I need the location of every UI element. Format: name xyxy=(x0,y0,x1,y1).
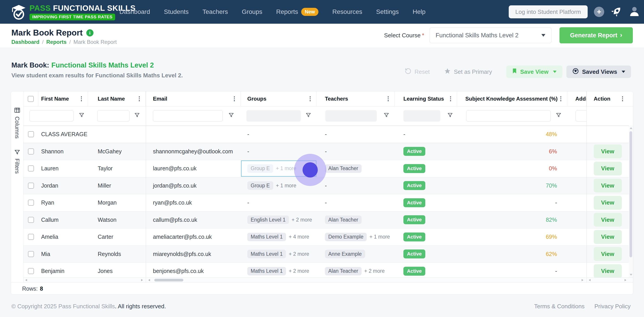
nav-item-students[interactable]: Students xyxy=(164,8,189,16)
view-button[interactable]: View xyxy=(594,162,622,176)
row-checkbox[interactable] xyxy=(28,200,34,206)
groups-more-label[interactable]: + 2 more xyxy=(289,251,309,257)
horizontal-scrollbar-thumb[interactable] xyxy=(154,279,183,282)
cell-teachers[interactable]: - xyxy=(317,126,395,143)
column-menu-icon[interactable] xyxy=(308,95,312,102)
cell-ska[interactable]: 69% xyxy=(457,228,567,246)
column-header-last[interactable]: Last Name xyxy=(88,92,146,106)
view-button[interactable]: View xyxy=(594,144,622,158)
cell-email[interactable]: ameliacarter@pfs.co.uk xyxy=(146,228,241,246)
cell-groups[interactable]: Maths Level 1+ 4 more xyxy=(241,228,317,246)
column-menu-icon[interactable] xyxy=(138,95,141,102)
cell-ska[interactable]: 82% xyxy=(457,212,567,228)
add-icon[interactable]: + xyxy=(594,7,604,17)
saved-views-button[interactable]: Saved Views xyxy=(566,66,631,78)
cell-last[interactable]: Morgan xyxy=(88,194,146,211)
nav-item-groups[interactable]: Groups xyxy=(242,8,262,16)
nav-item-resources[interactable]: Resources xyxy=(332,8,362,16)
cell-addit[interactable] xyxy=(567,228,586,246)
save-view-button[interactable]: Save View xyxy=(506,66,562,78)
groups-more-label[interactable]: + 4 more xyxy=(289,234,309,240)
nav-item-settings[interactable]: Settings xyxy=(376,8,399,16)
cell-last[interactable]: Taylor xyxy=(88,160,146,177)
cell-last[interactable]: Miller xyxy=(88,177,146,194)
first-name-filter-funnel-icon[interactable] xyxy=(79,112,84,119)
groups-more-label[interactable]: + 1 more xyxy=(276,166,296,172)
scroll-down-arrow[interactable] xyxy=(630,274,632,276)
cell-email[interactable]: callum@pfs.co.uk xyxy=(146,212,241,228)
nav-item-reports[interactable]: ReportsNew xyxy=(276,8,318,16)
cell-email[interactable]: shannonmcgahey@outlook.com xyxy=(146,143,241,160)
column-menu-icon[interactable] xyxy=(232,95,236,102)
subject-knowledge-filter-input[interactable] xyxy=(466,110,551,122)
cell-email[interactable]: jordan@pfs.co.uk xyxy=(146,177,241,194)
cell-email[interactable] xyxy=(146,126,241,143)
cell-ska[interactable]: 6% xyxy=(457,143,567,160)
cell-action[interactable]: View xyxy=(586,212,629,228)
row-checkbox[interactable] xyxy=(28,251,34,257)
scroll-right-arrow[interactable] xyxy=(141,279,143,281)
learning-status-filter-select[interactable] xyxy=(404,110,440,122)
cell-first[interactable]: Amelia xyxy=(38,228,88,246)
cell-groups[interactable]: Group E+ 1 more xyxy=(241,177,317,194)
view-button[interactable]: View xyxy=(594,178,622,192)
teachers-filter-select[interactable] xyxy=(325,110,377,122)
set-as-primary-button[interactable]: Set as Primary xyxy=(444,68,492,76)
cell-status[interactable]: Active xyxy=(395,143,457,160)
column-header-email[interactable]: Email xyxy=(146,92,241,106)
user-profile-icon[interactable] xyxy=(629,6,640,18)
last-name-filter-input[interactable] xyxy=(97,110,130,122)
cell-last[interactable] xyxy=(88,126,146,143)
cell-addit[interactable] xyxy=(567,194,586,211)
column-header-addit[interactable]: Addit xyxy=(567,92,586,106)
column-menu-icon[interactable] xyxy=(621,95,624,102)
cell-addit[interactable] xyxy=(567,160,586,177)
email-filter-input[interactable] xyxy=(153,110,223,122)
column-header-first[interactable]: First Name xyxy=(38,92,88,106)
scroll-left-arrow[interactable] xyxy=(25,279,27,281)
view-button[interactable]: View xyxy=(594,196,622,210)
cell-first[interactable]: Callum xyxy=(38,212,88,228)
teachers-more-label[interactable]: + 2 more xyxy=(364,268,384,274)
generate-report-button[interactable]: Generate Report› xyxy=(560,27,633,43)
cell-ska[interactable]: 62% xyxy=(457,246,567,263)
additional-filter-input[interactable] xyxy=(576,110,586,122)
groups-more-label[interactable]: + 2 more xyxy=(289,268,309,274)
cell-last[interactable]: Reynolds xyxy=(88,246,146,263)
cell-groups[interactable]: Maths Level 1+ 2 more xyxy=(241,246,317,263)
reset-button[interactable]: Reset xyxy=(405,68,430,76)
cell-status[interactable]: Active xyxy=(395,246,457,263)
app-logo[interactable]: PASS FUNCTIONAL SKILLS IMPROVING FIRST T… xyxy=(10,4,136,22)
cell-last[interactable]: McGahey xyxy=(88,143,146,160)
cell-groups[interactable]: - xyxy=(241,126,317,143)
cell-status[interactable]: - xyxy=(395,126,457,143)
column-header-groups[interactable]: Groups xyxy=(241,92,317,106)
vertical-scrollbar-thumb[interactable] xyxy=(630,131,632,257)
cell-action[interactable] xyxy=(586,126,629,143)
cell-teachers[interactable]: - xyxy=(317,194,395,211)
cell-status[interactable]: Active xyxy=(395,263,457,280)
cell-teachers[interactable]: Demo Example+ 1 more xyxy=(317,228,395,246)
cell-last[interactable]: Jones xyxy=(88,263,146,280)
vertical-scrollbar[interactable] xyxy=(629,126,633,278)
cell-status[interactable]: Active xyxy=(395,177,457,194)
row-checkbox[interactable] xyxy=(28,183,34,189)
cell-first[interactable]: Shannon xyxy=(38,143,88,160)
cell-addit[interactable] xyxy=(567,126,586,143)
cell-groups[interactable]: - xyxy=(241,194,317,211)
select-all-checkbox[interactable] xyxy=(28,96,34,102)
row-checkbox[interactable] xyxy=(28,148,34,154)
cell-groups[interactable]: Maths Level 1+ 2 more xyxy=(241,263,317,280)
cell-action[interactable]: View xyxy=(586,160,629,177)
row-checkbox[interactable] xyxy=(28,234,34,240)
nav-item-teachers[interactable]: Teachers xyxy=(202,8,228,16)
email-filter-funnel-icon[interactable] xyxy=(228,112,234,119)
cell-status[interactable]: Active xyxy=(395,160,457,177)
footer-link[interactable]: Privacy Policy xyxy=(594,303,630,310)
cell-addit[interactable] xyxy=(567,246,586,263)
teachers-more-label[interactable]: + 1 more xyxy=(370,234,390,240)
cell-ska[interactable]: - xyxy=(457,194,567,211)
cell-teachers[interactable]: Alan Teacher xyxy=(317,212,395,228)
view-button[interactable]: View xyxy=(594,264,622,278)
cell-action[interactable]: View xyxy=(586,143,629,160)
